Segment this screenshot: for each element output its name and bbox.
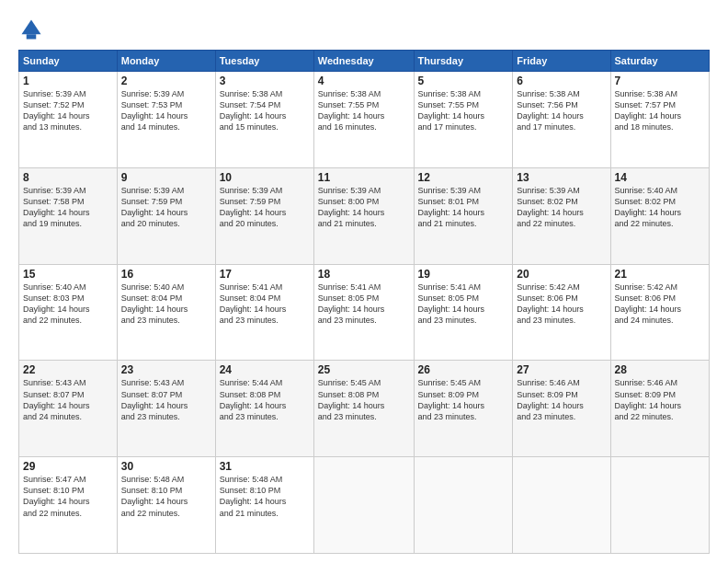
day-info: Sunrise: 5:46 AM Sunset: 8:09 PM Dayligh… bbox=[517, 377, 606, 422]
calendar-cell: 31Sunrise: 5:48 AM Sunset: 8:10 PM Dayli… bbox=[215, 457, 313, 554]
calendar-cell: 23Sunrise: 5:43 AM Sunset: 8:07 PM Dayli… bbox=[117, 361, 215, 457]
day-number: 16 bbox=[121, 268, 211, 281]
page: SundayMondayTuesdayWednesdayThursdayFrid… bbox=[0, 0, 728, 563]
calendar-week-row: 8Sunrise: 5:39 AM Sunset: 7:58 PM Daylig… bbox=[19, 167, 710, 264]
day-info: Sunrise: 5:41 AM Sunset: 8:05 PM Dayligh… bbox=[318, 282, 410, 327]
calendar-cell: 24Sunrise: 5:44 AM Sunset: 8:08 PM Dayli… bbox=[215, 361, 313, 457]
calendar-cell: 12Sunrise: 5:39 AM Sunset: 8:01 PM Dayli… bbox=[414, 167, 513, 264]
day-info: Sunrise: 5:43 AM Sunset: 8:07 PM Dayligh… bbox=[121, 377, 211, 422]
day-number: 5 bbox=[418, 75, 509, 87]
day-number: 17 bbox=[220, 268, 310, 281]
calendar-cell: 28Sunrise: 5:46 AM Sunset: 8:09 PM Dayli… bbox=[610, 361, 709, 457]
calendar-header-saturday: Saturday bbox=[610, 51, 709, 72]
calendar-cell: 27Sunrise: 5:46 AM Sunset: 8:09 PM Dayli… bbox=[513, 361, 610, 457]
day-number: 19 bbox=[418, 268, 509, 281]
calendar-cell bbox=[414, 457, 513, 554]
day-number: 20 bbox=[517, 268, 606, 281]
calendar-cell: 7Sunrise: 5:38 AM Sunset: 7:57 PM Daylig… bbox=[610, 72, 709, 168]
day-info: Sunrise: 5:38 AM Sunset: 7:56 PM Dayligh… bbox=[517, 88, 606, 133]
day-info: Sunrise: 5:47 AM Sunset: 8:10 PM Dayligh… bbox=[23, 474, 113, 519]
calendar-cell: 2Sunrise: 5:39 AM Sunset: 7:53 PM Daylig… bbox=[117, 72, 215, 168]
calendar-cell: 9Sunrise: 5:39 AM Sunset: 7:59 PM Daylig… bbox=[117, 167, 215, 264]
calendar-cell: 25Sunrise: 5:45 AM Sunset: 8:08 PM Dayli… bbox=[313, 361, 414, 457]
day-info: Sunrise: 5:43 AM Sunset: 8:07 PM Dayligh… bbox=[23, 377, 113, 422]
calendar-cell: 11Sunrise: 5:39 AM Sunset: 8:00 PM Dayli… bbox=[313, 167, 414, 264]
calendar-header-tuesday: Tuesday bbox=[215, 51, 313, 72]
day-info: Sunrise: 5:40 AM Sunset: 8:02 PM Dayligh… bbox=[615, 185, 705, 230]
day-number: 24 bbox=[220, 363, 310, 376]
day-info: Sunrise: 5:42 AM Sunset: 8:06 PM Dayligh… bbox=[615, 282, 705, 327]
logo-icon bbox=[18, 17, 44, 42]
calendar-cell: 20Sunrise: 5:42 AM Sunset: 8:06 PM Dayli… bbox=[513, 264, 610, 361]
day-info: Sunrise: 5:48 AM Sunset: 8:10 PM Dayligh… bbox=[121, 474, 211, 519]
day-info: Sunrise: 5:39 AM Sunset: 7:59 PM Dayligh… bbox=[121, 185, 211, 230]
calendar: SundayMondayTuesdayWednesdayThursdayFrid… bbox=[18, 50, 710, 554]
day-info: Sunrise: 5:40 AM Sunset: 8:04 PM Dayligh… bbox=[121, 282, 211, 327]
day-number: 3 bbox=[220, 75, 310, 87]
day-number: 1 bbox=[23, 75, 113, 87]
calendar-cell bbox=[610, 457, 709, 554]
calendar-cell: 8Sunrise: 5:39 AM Sunset: 7:58 PM Daylig… bbox=[19, 167, 118, 264]
day-info: Sunrise: 5:44 AM Sunset: 8:08 PM Dayligh… bbox=[220, 377, 310, 422]
day-number: 14 bbox=[615, 171, 705, 184]
day-info: Sunrise: 5:38 AM Sunset: 7:55 PM Dayligh… bbox=[318, 88, 410, 133]
day-info: Sunrise: 5:45 AM Sunset: 8:09 PM Dayligh… bbox=[418, 377, 509, 422]
calendar-cell: 6Sunrise: 5:38 AM Sunset: 7:56 PM Daylig… bbox=[513, 72, 610, 168]
day-number: 2 bbox=[121, 75, 211, 87]
calendar-week-row: 1Sunrise: 5:39 AM Sunset: 7:52 PM Daylig… bbox=[19, 72, 710, 168]
calendar-cell: 1Sunrise: 5:39 AM Sunset: 7:52 PM Daylig… bbox=[19, 72, 118, 168]
day-number: 8 bbox=[23, 171, 113, 184]
day-number: 26 bbox=[418, 363, 509, 376]
day-number: 30 bbox=[121, 460, 211, 473]
calendar-cell: 22Sunrise: 5:43 AM Sunset: 8:07 PM Dayli… bbox=[19, 361, 118, 457]
day-info: Sunrise: 5:45 AM Sunset: 8:08 PM Dayligh… bbox=[318, 377, 410, 422]
day-number: 12 bbox=[418, 171, 509, 184]
day-info: Sunrise: 5:46 AM Sunset: 8:09 PM Dayligh… bbox=[615, 377, 705, 422]
day-number: 6 bbox=[517, 75, 606, 87]
calendar-cell: 21Sunrise: 5:42 AM Sunset: 8:06 PM Dayli… bbox=[610, 264, 709, 361]
day-number: 27 bbox=[517, 363, 606, 376]
day-info: Sunrise: 5:38 AM Sunset: 7:57 PM Dayligh… bbox=[615, 88, 705, 133]
day-number: 7 bbox=[615, 75, 705, 87]
day-number: 23 bbox=[121, 363, 211, 376]
day-number: 29 bbox=[23, 460, 113, 473]
calendar-header-wednesday: Wednesday bbox=[313, 51, 414, 72]
calendar-header-monday: Monday bbox=[117, 51, 215, 72]
day-number: 13 bbox=[517, 171, 606, 184]
logo bbox=[18, 17, 48, 42]
day-info: Sunrise: 5:39 AM Sunset: 7:53 PM Dayligh… bbox=[121, 88, 211, 133]
calendar-cell: 29Sunrise: 5:47 AM Sunset: 8:10 PM Dayli… bbox=[19, 457, 118, 554]
day-info: Sunrise: 5:39 AM Sunset: 8:00 PM Dayligh… bbox=[318, 185, 410, 230]
day-info: Sunrise: 5:38 AM Sunset: 7:54 PM Dayligh… bbox=[220, 88, 310, 133]
calendar-header-thursday: Thursday bbox=[414, 51, 513, 72]
day-number: 10 bbox=[220, 171, 310, 184]
day-info: Sunrise: 5:42 AM Sunset: 8:06 PM Dayligh… bbox=[517, 282, 606, 327]
day-info: Sunrise: 5:41 AM Sunset: 8:04 PM Dayligh… bbox=[220, 282, 310, 327]
day-info: Sunrise: 5:39 AM Sunset: 7:59 PM Dayligh… bbox=[220, 185, 310, 230]
calendar-cell: 14Sunrise: 5:40 AM Sunset: 8:02 PM Dayli… bbox=[610, 167, 709, 264]
day-number: 21 bbox=[615, 268, 705, 281]
calendar-cell bbox=[313, 457, 414, 554]
day-number: 31 bbox=[220, 460, 310, 473]
calendar-cell bbox=[513, 457, 610, 554]
calendar-header-sunday: Sunday bbox=[19, 51, 118, 72]
calendar-header-row: SundayMondayTuesdayWednesdayThursdayFrid… bbox=[19, 51, 710, 72]
day-info: Sunrise: 5:48 AM Sunset: 8:10 PM Dayligh… bbox=[220, 474, 310, 519]
day-info: Sunrise: 5:40 AM Sunset: 8:03 PM Dayligh… bbox=[23, 282, 113, 327]
day-number: 9 bbox=[121, 171, 211, 184]
calendar-cell: 5Sunrise: 5:38 AM Sunset: 7:55 PM Daylig… bbox=[414, 72, 513, 168]
day-info: Sunrise: 5:39 AM Sunset: 8:01 PM Dayligh… bbox=[418, 185, 509, 230]
day-info: Sunrise: 5:38 AM Sunset: 7:55 PM Dayligh… bbox=[418, 88, 509, 133]
day-number: 4 bbox=[318, 75, 410, 87]
calendar-cell: 30Sunrise: 5:48 AM Sunset: 8:10 PM Dayli… bbox=[117, 457, 215, 554]
day-number: 18 bbox=[318, 268, 410, 281]
calendar-week-row: 15Sunrise: 5:40 AM Sunset: 8:03 PM Dayli… bbox=[19, 264, 710, 361]
calendar-cell: 10Sunrise: 5:39 AM Sunset: 7:59 PM Dayli… bbox=[215, 167, 313, 264]
day-number: 28 bbox=[615, 363, 705, 376]
header bbox=[18, 17, 710, 42]
calendar-cell: 18Sunrise: 5:41 AM Sunset: 8:05 PM Dayli… bbox=[313, 264, 414, 361]
calendar-cell: 26Sunrise: 5:45 AM Sunset: 8:09 PM Dayli… bbox=[414, 361, 513, 457]
day-info: Sunrise: 5:41 AM Sunset: 8:05 PM Dayligh… bbox=[418, 282, 509, 327]
day-number: 25 bbox=[318, 363, 410, 376]
svg-rect-1 bbox=[27, 34, 37, 39]
